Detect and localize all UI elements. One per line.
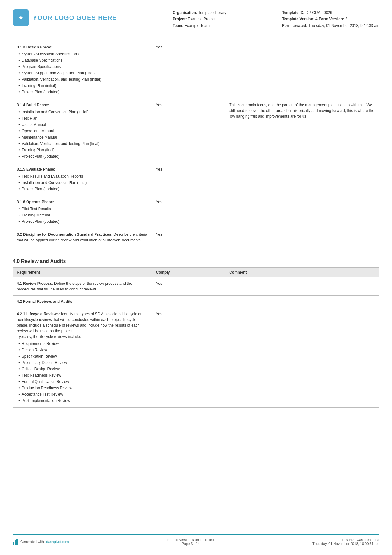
- list-item: User's Manual: [18, 122, 148, 128]
- comment-cell: This is our main focus, and the portion …: [225, 99, 379, 163]
- comply-cell: Yes: [152, 196, 225, 228]
- list-item: Acceptance Test Review: [18, 391, 148, 397]
- org-line: Organisation: Template Library: [173, 9, 226, 16]
- list-item: Maintenance Manual: [18, 134, 148, 140]
- comply-cell: Yes: [152, 163, 225, 196]
- bullet-list: Requirements ReviewDesign ReviewSpecific…: [17, 341, 148, 403]
- template-id-line: Template ID: DP-QUAL-0026: [282, 9, 379, 16]
- col-comply: Comply: [152, 268, 225, 278]
- list-item: Pilot Test Results: [18, 206, 148, 212]
- list-item: Training Material: [18, 212, 148, 218]
- page: YOUR LOGO GOES HERE Organisation: Templa…: [0, 0, 392, 555]
- list-item: Requirements Review: [18, 341, 148, 346]
- list-item: Project Plan (updated): [18, 153, 148, 159]
- footer-link[interactable]: dashpivot.com: [46, 540, 69, 544]
- cell-title: 3.2 Discipline for Documentation Standar…: [17, 232, 113, 237]
- bullet-list: Installation and Conversion Plan (initia…: [17, 109, 148, 159]
- table-row: 3.1.3 Design Phase:System/Subsystem Spec…: [13, 41, 379, 99]
- comment-cell: [225, 228, 379, 246]
- comply-cell: Yes: [152, 308, 225, 408]
- team-line: Team: Example Team: [173, 22, 226, 29]
- cell-title: 3.1.6 Operate Phase:: [17, 200, 54, 204]
- list-item: Validation, Verification, and Testing Pl…: [18, 141, 148, 147]
- list-item: Preliminary Design Review: [18, 360, 148, 365]
- header-meta-right: Template ID: DP-QUAL-0026 Template Versi…: [282, 9, 379, 29]
- list-item: Test Readiness Review: [18, 372, 148, 378]
- footer-center-line1: Printed version is uncontrolled: [167, 538, 214, 542]
- logo-svg: [16, 13, 26, 23]
- comment-cell: [225, 163, 379, 196]
- bullet-list: Test Results and Evaluation ReportsInsta…: [17, 173, 148, 192]
- table-row: 3.1.5 Evaluate Phase:Test Results and Ev…: [13, 163, 379, 196]
- requirement-cell: 3.2 Discipline for Documentation Standar…: [13, 228, 152, 246]
- section1-table: 3.1.3 Design Phase:System/Subsystem Spec…: [13, 41, 379, 246]
- footer-right: This PDF was created at Thursday, 01 Nov…: [312, 538, 379, 546]
- cell-title: 3.1.4 Build Phase:: [17, 103, 49, 107]
- cell-title: 4.1 Review Process: [17, 281, 52, 286]
- header-meta-center: Organisation: Template Library Project: …: [173, 9, 226, 29]
- list-item: Design Review: [18, 347, 148, 353]
- comply-cell: Yes: [152, 41, 225, 99]
- requirement-cell: 4.1 Review Process: Define the steps of …: [13, 278, 152, 296]
- list-item: Critical Design Review: [18, 366, 148, 372]
- requirement-cell: 4.2 Formal Reviews and Audits: [13, 296, 152, 308]
- section2-heading: 4.0 Review and Audits: [13, 259, 379, 264]
- header: YOUR LOGO GOES HERE Organisation: Templa…: [13, 9, 379, 34]
- comment-cell: [225, 196, 379, 228]
- list-item: Training Plan (final): [18, 147, 148, 153]
- comply-cell: Yes: [152, 278, 225, 296]
- comment-cell: [225, 296, 379, 308]
- table-row: 3.1.4 Build Phase:Installation and Conve…: [13, 99, 379, 163]
- list-item: Specification Review: [18, 353, 148, 359]
- list-item: System Support and Acquisition Plan (fin…: [18, 70, 148, 76]
- footer: Generated with dashpivot.com Printed ver…: [13, 534, 379, 546]
- logo-area: YOUR LOGO GOES HERE: [13, 9, 117, 26]
- requirement-cell: 3.1.4 Build Phase:Installation and Conve…: [13, 99, 152, 163]
- footer-right-line1: This PDF was created at: [312, 538, 379, 542]
- project-line: Project: Example Project: [173, 16, 226, 22]
- footer-center: Printed version is uncontrolled Page 3 o…: [167, 538, 214, 546]
- requirement-cell: 3.1.6 Operate Phase:Pilot Test ResultsTr…: [13, 196, 152, 228]
- requirement-cell: 3.1.5 Evaluate Phase:Test Results and Ev…: [13, 163, 152, 196]
- col-comment: Comment: [225, 268, 379, 278]
- footer-generated-text: Generated with: [20, 540, 44, 544]
- cell-title-suffix: Typically, the lifecycle reviews include…: [17, 334, 81, 339]
- bullet-list: Pilot Test ResultsTraining MaterialProje…: [17, 206, 148, 224]
- comment-cell: [225, 278, 379, 296]
- list-item: Test Results and Evaluation Reports: [18, 173, 148, 179]
- comply-cell: Yes: [152, 99, 225, 163]
- table-row: 4.1 Review Process: Define the steps of …: [13, 278, 379, 296]
- list-item: Project Plan (updated): [18, 89, 148, 95]
- requirement-cell: 4.2.1 Lifecycle Reviews: Identify the ty…: [13, 308, 152, 408]
- comment-cell: [225, 41, 379, 99]
- list-item: Test Plan: [18, 115, 148, 121]
- cell-title: 3.1.3 Design Phase:: [17, 45, 52, 49]
- form-created-line: Form created: Thursday, 01 November 2018…: [282, 22, 379, 29]
- comply-cell: [152, 296, 225, 308]
- comply-cell: Yes: [152, 228, 225, 246]
- table-row: 4.2.1 Lifecycle Reviews: Identify the ty…: [13, 308, 379, 408]
- list-item: System/Subsystem Specifications: [18, 51, 148, 57]
- list-item: Project Plan (updated): [18, 219, 148, 224]
- list-item: Validation, Verification, and Testing Pl…: [18, 77, 148, 82]
- logo-text: YOUR LOGO GOES HERE: [33, 14, 117, 22]
- logo-icon: [13, 9, 29, 26]
- requirement-cell: 3.1.3 Design Phase:System/Subsystem Spec…: [13, 41, 152, 99]
- section2-table: Requirement Comply Comment 4.1 Review Pr…: [13, 267, 379, 408]
- list-item: Operations Manual: [18, 128, 148, 134]
- col-requirement: Requirement: [13, 268, 152, 278]
- footer-center-line2: Page 3 of 4: [167, 542, 214, 546]
- footer-left: Generated with dashpivot.com: [13, 539, 69, 545]
- table-row: 4.2 Formal Reviews and Audits: [13, 296, 379, 308]
- bullet-list: System/Subsystem SpecificationsDatabase …: [17, 51, 148, 95]
- bar-chart-icon: [13, 539, 18, 545]
- list-item: Post-Implementation Review: [18, 398, 148, 403]
- list-item: Installation and Conversion Plan (final): [18, 180, 148, 185]
- table-row: 3.2 Discipline for Documentation Standar…: [13, 228, 379, 246]
- list-item: Training Plan (initial): [18, 83, 148, 89]
- footer-right-line2: Thursday, 01 November 2018, 10:00:51 am: [312, 542, 379, 546]
- list-item: Production Readiness Review: [18, 385, 148, 391]
- template-version-line: Template Version: 4 Form Version: 2: [282, 16, 379, 22]
- cell-title: 4.2.1 Lifecycle Reviews:: [17, 312, 60, 316]
- list-item: Database Specifications: [18, 58, 148, 63]
